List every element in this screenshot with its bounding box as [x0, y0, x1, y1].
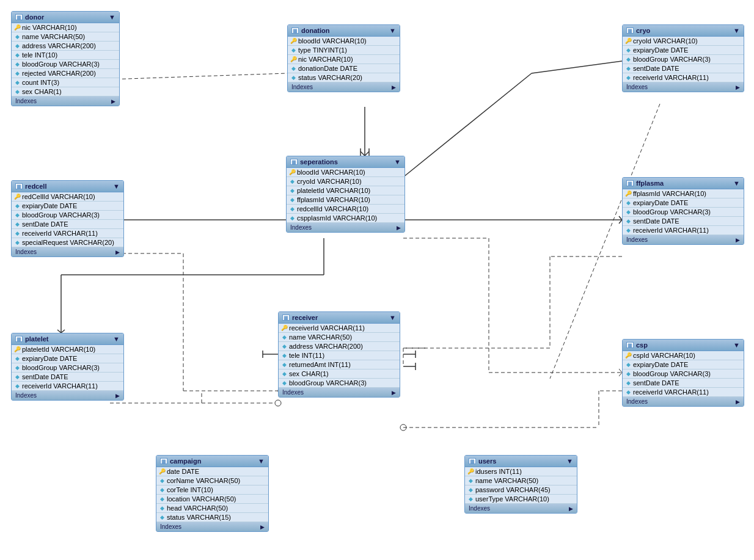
key-icon: 🔑 — [290, 38, 296, 44]
diamond-icon: ◆ — [290, 75, 296, 81]
field-row: ◆type TINYINT(1) — [288, 46, 400, 55]
table-csp-body: 🔑cspId VARCHAR(10) ◆expiaryDate DATE ◆bl… — [623, 351, 744, 397]
table-cryo: ▦ cryo ▼ 🔑cryoId VARCHAR(10) ◆expiaryDat… — [622, 24, 744, 92]
table-redcell-title: redcell — [25, 183, 46, 190]
platelet-indexes[interactable]: Indexes ▶ — [12, 391, 123, 400]
field-row: ◆bloodGroup VARCHAR(3) — [623, 55, 744, 64]
users-indexes[interactable]: Indexes ▶ — [465, 504, 577, 513]
diamond-icon: ◆ — [281, 334, 287, 340]
field-row: ◆receiverId VARCHAR(11) — [12, 229, 123, 238]
table-redcell: ▦ redcell ▼ 🔑redCellId VARCHAR(10) ◆expi… — [11, 180, 124, 257]
field-row: ◆sex CHAR(1) — [279, 369, 400, 379]
field-row: ◆count INT(3) — [12, 78, 119, 87]
field-row: ◆tele INT(10) — [12, 51, 119, 60]
key-icon: 🔑 — [625, 352, 631, 358]
diamond-icon: ◆ — [281, 343, 287, 349]
field-row: ◆sentDate DATE — [623, 379, 744, 388]
diamond-icon: ◆ — [625, 65, 631, 71]
csp-chevron[interactable]: ▼ — [733, 341, 740, 349]
diamond-icon: ◆ — [14, 52, 20, 58]
cryo-chevron[interactable]: ▼ — [733, 27, 740, 34]
campaign-indexes[interactable]: Indexes ▶ — [156, 522, 268, 531]
table-icon-campaign: ▦ — [160, 458, 167, 464]
field-row: ◆userType VARCHAR(10) — [465, 495, 577, 504]
table-icon-receiver: ▦ — [282, 315, 290, 321]
cryo-indexes[interactable]: Indexes ▶ — [623, 82, 744, 92]
diamond-icon: ◆ — [467, 487, 474, 493]
diamond-icon: ◆ — [467, 496, 474, 502]
field-row: ◆address VARCHAR(200) — [12, 42, 119, 51]
table-receiver-body: 🔑receiverId VARCHAR(11) ◆name VARCHAR(50… — [279, 324, 400, 388]
field-row: ◆returnedAmt INT(11) — [279, 360, 400, 369]
table-donation-title: donation — [301, 27, 329, 34]
diamond-icon: ◆ — [625, 371, 631, 377]
redcell-chevron[interactable]: ▼ — [113, 183, 120, 190]
field-row: 🔑cryoId VARCHAR(10) — [623, 37, 744, 46]
donor-indexes[interactable]: Indexes ▶ — [12, 96, 119, 106]
ffplasma-chevron[interactable]: ▼ — [733, 180, 740, 187]
campaign-chevron[interactable]: ▼ — [258, 457, 265, 465]
field-row: ◆name VARCHAR(50) — [279, 333, 400, 342]
table-seperations-header: ▦ seperations ▼ — [287, 156, 404, 168]
diamond-icon: ◆ — [289, 206, 295, 212]
diamond-icon: ◆ — [281, 380, 287, 386]
diamond-icon: ◆ — [14, 355, 20, 362]
table-campaign-body: 🔑date DATE ◆corName VARCHAR(50) ◆corTele… — [156, 467, 268, 522]
table-receiver-header: ▦ receiver ▼ — [279, 312, 400, 324]
key-icon: 🔑 — [281, 325, 287, 331]
table-icon-ffplasma: ▦ — [626, 180, 634, 186]
diamond-icon: ◆ — [625, 47, 631, 53]
field-row: ◆expiaryDate DATE — [623, 360, 744, 369]
ffplasma-indexes[interactable]: Indexes ▶ — [623, 235, 744, 244]
table-users-header: ▦ users ▼ — [465, 456, 577, 467]
field-row: ◆location VARCHAR(50) — [156, 495, 268, 504]
field-row: 🔑idusers INT(11) — [465, 467, 577, 476]
diamond-icon: ◆ — [14, 365, 20, 371]
table-ffplasma: ▦ ffplasma ▼ 🔑ffplasmId VARCHAR(10) ◆exp… — [622, 177, 744, 245]
donor-chevron[interactable]: ▼ — [109, 13, 115, 21]
field-row: ◆specialRequest VARCHAR(20) — [12, 238, 123, 247]
field-row: ◆bloodGroup VARCHAR(3) — [12, 363, 123, 373]
diamond-icon: ◆ — [289, 187, 295, 194]
diamond-icon: ◆ — [625, 227, 631, 233]
donation-chevron[interactable]: ▼ — [389, 27, 396, 34]
svg-point-40 — [400, 424, 406, 431]
table-icon-redcell: ▦ — [15, 183, 23, 189]
diamond-icon: ◆ — [289, 215, 295, 221]
table-icon-donation: ▦ — [291, 27, 299, 34]
table-donor-title: donor — [25, 13, 44, 21]
users-chevron[interactable]: ▼ — [566, 457, 573, 465]
platelet-chevron[interactable]: ▼ — [113, 335, 120, 343]
diamond-icon: ◆ — [14, 43, 20, 49]
diamond-icon: ◆ — [14, 79, 20, 85]
diamond-icon: ◆ — [14, 374, 20, 380]
table-redcell-body: 🔑redCellId VARCHAR(10) ◆expiaryDate DATE… — [12, 192, 123, 247]
diamond-icon: ◆ — [159, 496, 165, 502]
donation-indexes[interactable]: Indexes ▶ — [288, 82, 400, 92]
field-row: ◆head VARCHAR(50) — [156, 504, 268, 513]
diamond-icon: ◆ — [14, 212, 20, 218]
field-row: 🔑ffplasmId VARCHAR(10) — [623, 189, 744, 198]
diamond-icon: ◆ — [625, 209, 631, 215]
csp-indexes[interactable]: Indexes ▶ — [623, 397, 744, 406]
table-csp-header: ▦ csp ▼ — [623, 340, 744, 351]
seperations-indexes[interactable]: Indexes ▶ — [287, 223, 404, 232]
table-seperations: ▦ seperations ▼ 🔑bloodId VARCHAR(10) ◆cr… — [286, 156, 405, 233]
table-receiver-title: receiver — [292, 314, 318, 321]
receiver-indexes[interactable]: Indexes ▶ — [279, 388, 400, 397]
diamond-icon: ◆ — [625, 380, 631, 386]
diamond-icon: ◆ — [159, 505, 165, 511]
table-icon-donor: ▦ — [15, 14, 23, 20]
field-row: ◆sex CHAR(1) — [12, 87, 119, 96]
table-cryo-body: 🔑cryoId VARCHAR(10) ◆expiaryDate DATE ◆b… — [623, 37, 744, 82]
field-row: 🔑bloodId VARCHAR(10) — [287, 168, 404, 177]
field-row: ◆rejected VARCHAR(200) — [12, 69, 119, 78]
key-icon: 🔑 — [14, 346, 20, 352]
table-donor-header: ▦ donor ▼ — [12, 12, 119, 23]
key-icon: 🔑 — [14, 24, 20, 31]
field-row: ◆password VARCHAR(45) — [465, 485, 577, 495]
diamond-icon: ◆ — [159, 478, 165, 484]
redcell-indexes[interactable]: Indexes ▶ — [12, 247, 123, 256]
seperations-chevron[interactable]: ▼ — [394, 158, 401, 165]
receiver-chevron[interactable]: ▼ — [389, 314, 396, 321]
